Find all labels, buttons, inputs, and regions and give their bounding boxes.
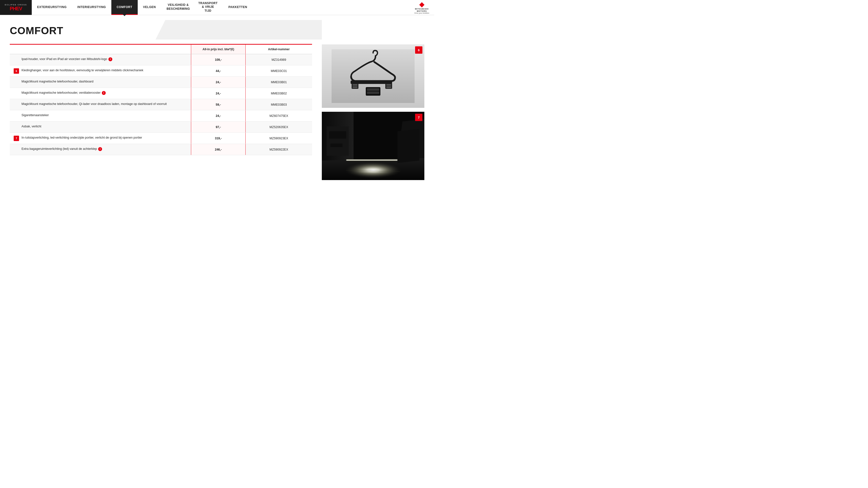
led-image-badge: 7 bbox=[415, 114, 423, 121]
table-row: Extra bagageruimteverlichting (led) vanu… bbox=[10, 144, 312, 155]
mitsubishi-motors: MOTORS bbox=[417, 10, 427, 12]
nav-item-exterieur[interactable]: EXTERIEURSTYING bbox=[32, 0, 72, 15]
row-badge bbox=[14, 79, 19, 85]
table-row: Asbak, verlicht97,-MZ520635EX bbox=[10, 122, 312, 133]
row-description: Sigarettenaansteker bbox=[22, 113, 49, 118]
table-header: All-in prijs incl. btw*(€) Artikel-numme… bbox=[10, 44, 312, 54]
row-badge: 6 bbox=[14, 68, 19, 74]
hanger-image-badge: 6 bbox=[415, 46, 423, 54]
logo-model: ECLIPSE CROSS bbox=[5, 4, 27, 6]
table-cell-price: 246,- bbox=[191, 144, 246, 155]
svg-rect-3 bbox=[352, 84, 358, 86]
table-row: MagicMount magnetische telefoonhouder, v… bbox=[10, 88, 312, 99]
table-cell-article: MZ607475EX bbox=[246, 110, 312, 122]
th-description bbox=[10, 44, 191, 54]
table-cell-price: 44,- bbox=[191, 65, 246, 76]
table-cell-article: MZ520635EX bbox=[246, 122, 312, 133]
svg-rect-9 bbox=[367, 88, 379, 91]
row-badge bbox=[14, 91, 19, 96]
mitsubishi-tagline: Drive your Ambition bbox=[414, 12, 429, 14]
header-area: COMFORT bbox=[10, 25, 312, 37]
info-icon[interactable]: i bbox=[102, 91, 106, 95]
row-badge bbox=[14, 113, 19, 119]
row-description: In-/uitstapverlichting, led-verlichting … bbox=[22, 135, 142, 140]
svg-rect-10 bbox=[367, 92, 379, 94]
table-cell-price: 97,- bbox=[191, 122, 246, 133]
hanger-image-block: 6 bbox=[322, 44, 424, 108]
nav-item-velgen[interactable]: VELGEN bbox=[138, 0, 161, 15]
table-row: MagicMount magnetische telefoonhouder, Q… bbox=[10, 99, 312, 110]
table-cell-article: MME03C01 bbox=[246, 65, 312, 76]
table-row: 7In-/uitstapverlichting, led-verlichting… bbox=[10, 133, 312, 144]
page-title: COMFORT bbox=[10, 25, 312, 37]
table-cell-description: MagicMount magnetische telefoonhouder, d… bbox=[10, 76, 191, 88]
nav-items: EXTERIEURSTYING INTERIEURSTYING COMFORT … bbox=[32, 0, 252, 15]
table-row: Ipad-houder, voor iPad en iPad air voorz… bbox=[10, 54, 312, 65]
row-description: Extra bagageruimteverlichting (led) vanu… bbox=[22, 147, 102, 151]
nav-item-veiligheid[interactable]: VEILIGHEID & BESCHERMING bbox=[161, 0, 193, 15]
led-image bbox=[322, 112, 424, 180]
right-images: 6 bbox=[322, 25, 424, 184]
table-cell-price: 109,- bbox=[191, 54, 246, 65]
table-cell-description: 6Kledinghanger, voor aan de hoofdsteun, … bbox=[10, 65, 191, 76]
table-cell-description: MagicMount magnetische telefoonhouder, v… bbox=[10, 88, 191, 99]
svg-rect-16 bbox=[329, 131, 346, 139]
svg-rect-17 bbox=[330, 143, 343, 147]
row-badge bbox=[14, 124, 19, 130]
svg-rect-4 bbox=[352, 86, 358, 88]
table-body: Ipad-houder, voor iPad en iPad air voorz… bbox=[10, 54, 312, 155]
svg-rect-1 bbox=[351, 80, 392, 84]
row-badge bbox=[14, 147, 19, 152]
table-cell-article: MME03B02 bbox=[246, 88, 312, 99]
svg-rect-7 bbox=[386, 86, 391, 88]
hanger-svg bbox=[332, 49, 414, 103]
table-row: Sigarettenaansteker24,-MZ607475EX bbox=[10, 110, 312, 122]
row-description: MagicMount magnetische telefoonhouder, Q… bbox=[22, 102, 167, 106]
table-cell-description: MagicMount magnetische telefoonhouder, Q… bbox=[10, 99, 191, 110]
table-cell-article: MZ590922EX bbox=[246, 144, 312, 155]
navigation: ECLIPSE CROSS PHEV EXTERIEURSTYING INTER… bbox=[0, 0, 434, 15]
mitsubishi-logo: ◆ MITSUBISHI MOTORS Drive your Ambition bbox=[409, 0, 434, 15]
nav-item-transport[interactable]: TRANSPORT & VRIJE TIJD bbox=[193, 0, 223, 15]
table-cell-description: Asbak, verlicht bbox=[10, 122, 191, 133]
nav-item-interieur[interactable]: INTERIEURSTYING bbox=[72, 0, 111, 15]
product-table: All-in prijs incl. btw*(€) Artikel-numme… bbox=[10, 44, 312, 155]
row-description: MagicMount magnetische telefoonhouder, v… bbox=[22, 91, 106, 95]
table-cell-article: MZ314989 bbox=[246, 54, 312, 65]
row-badge bbox=[14, 57, 19, 62]
table-cell-description: Extra bagageruimteverlichting (led) vanu… bbox=[10, 144, 191, 155]
left-content: COMFORT All-in prijs incl. btw*(€) Artik… bbox=[10, 25, 312, 184]
table-cell-price: 24,- bbox=[191, 110, 246, 122]
table-cell-description: Ipad-houder, voor iPad en iPad air voorz… bbox=[10, 54, 191, 65]
mitsubishi-diamond-icon: ◆ bbox=[419, 1, 425, 8]
table-cell-article: MZ590923EX bbox=[246, 133, 312, 144]
table-cell-price: 59,- bbox=[191, 99, 246, 110]
table-row: MagicMount magnetische telefoonhouder, d… bbox=[10, 76, 312, 88]
table-cell-article: MME03B03 bbox=[246, 99, 312, 110]
logo-area: ECLIPSE CROSS PHEV bbox=[0, 0, 32, 15]
table-row: 6Kledinghanger, voor aan de hoofdsteun, … bbox=[10, 65, 312, 76]
main-content: COMFORT All-in prijs incl. btw*(€) Artik… bbox=[0, 15, 434, 194]
info-icon[interactable]: i bbox=[98, 147, 102, 151]
mitsubishi-name: MITSUBISHI bbox=[415, 8, 429, 10]
table-cell-description: Sigarettenaansteker bbox=[10, 110, 191, 122]
row-description: Asbak, verlicht bbox=[22, 124, 41, 129]
svg-rect-6 bbox=[386, 84, 391, 86]
row-description: Kledinghanger, voor aan de hoofdsteun, e… bbox=[22, 68, 143, 73]
hanger-image bbox=[322, 44, 424, 108]
nav-item-pakketten[interactable]: PAKKETTEN bbox=[223, 0, 252, 15]
row-description: Ipad-houder, voor iPad en iPad air voorz… bbox=[22, 57, 112, 62]
table-cell-price: 319,- bbox=[191, 133, 246, 144]
led-interior-svg bbox=[322, 112, 424, 180]
led-image-block: 7 bbox=[322, 112, 424, 180]
row-badge: 7 bbox=[14, 136, 19, 141]
th-article: Artikel-nummer bbox=[246, 44, 312, 54]
row-badge bbox=[14, 102, 19, 107]
logo-brand: PHEV bbox=[5, 6, 27, 11]
nav-item-comfort[interactable]: COMFORT bbox=[111, 0, 138, 15]
table-cell-price: 24,- bbox=[191, 88, 246, 99]
info-icon[interactable]: i bbox=[108, 57, 112, 61]
table-cell-description: 7In-/uitstapverlichting, led-verlichting… bbox=[10, 133, 191, 144]
th-price: All-in prijs incl. btw*(€) bbox=[191, 44, 246, 54]
table-cell-price: 24,- bbox=[191, 76, 246, 88]
